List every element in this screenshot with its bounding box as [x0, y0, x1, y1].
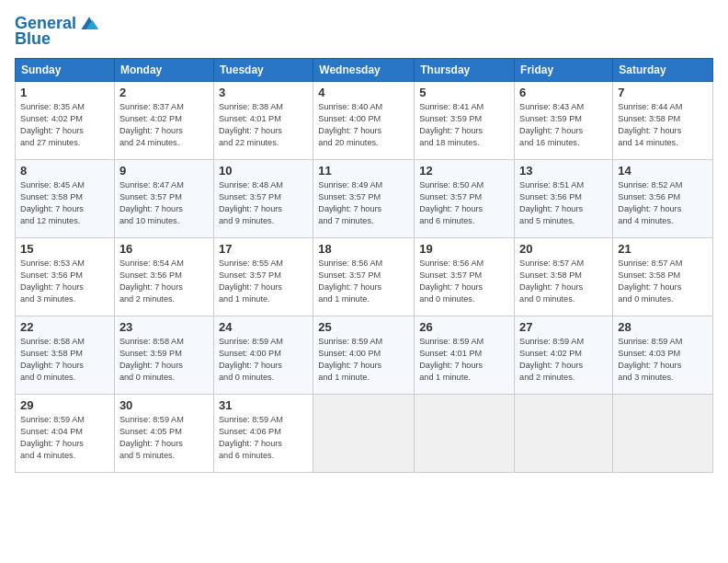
- day-info: Sunrise: 8:59 AMSunset: 4:05 PMDaylight:…: [119, 415, 184, 460]
- day-number: 11: [318, 164, 409, 178]
- calendar-week-row: 22 Sunrise: 8:58 AMSunset: 3:58 PMDaylig…: [16, 316, 713, 395]
- calendar-cell: 21 Sunrise: 8:57 AMSunset: 3:58 PMDaylig…: [613, 238, 713, 316]
- day-info: Sunrise: 8:49 AMSunset: 3:57 PMDaylight:…: [318, 180, 382, 225]
- calendar-cell: 6 Sunrise: 8:43 AMSunset: 3:59 PMDayligh…: [515, 82, 613, 160]
- day-number: 6: [519, 86, 608, 99]
- day-number: 31: [219, 398, 308, 412]
- day-info: Sunrise: 8:56 AMSunset: 3:57 PMDaylight:…: [318, 259, 382, 304]
- day-info: Sunrise: 8:57 AMSunset: 3:58 PMDaylight:…: [519, 259, 584, 304]
- day-info: Sunrise: 8:40 AMSunset: 4:00 PMDaylight:…: [318, 102, 382, 147]
- day-number: 21: [618, 242, 708, 256]
- calendar-cell: 9 Sunrise: 8:47 AMSunset: 3:57 PMDayligh…: [114, 160, 213, 238]
- calendar-cell: 29 Sunrise: 8:59 AMSunset: 4:04 PMDaylig…: [16, 395, 115, 473]
- calendar-cell: 24 Sunrise: 8:59 AMSunset: 4:00 PMDaylig…: [213, 316, 313, 395]
- calendar-cell: 17 Sunrise: 8:55 AMSunset: 3:57 PMDaylig…: [213, 238, 313, 316]
- day-number: 27: [519, 320, 608, 334]
- day-info: Sunrise: 8:55 AMSunset: 3:57 PMDaylight:…: [219, 259, 283, 304]
- day-number: 30: [119, 398, 209, 412]
- calendar-body: 1 Sunrise: 8:35 AMSunset: 4:02 PMDayligh…: [16, 82, 713, 473]
- day-info: Sunrise: 8:50 AMSunset: 3:57 PMDaylight:…: [419, 180, 483, 225]
- logo-icon: [78, 15, 100, 33]
- calendar-cell: 20 Sunrise: 8:57 AMSunset: 3:58 PMDaylig…: [515, 238, 613, 316]
- day-number: 23: [119, 320, 209, 334]
- day-of-week-header: Monday: [114, 59, 213, 82]
- day-of-week-header: Tuesday: [213, 59, 313, 82]
- day-of-week-header: Thursday: [415, 59, 515, 82]
- day-number: 18: [318, 242, 409, 256]
- day-info: Sunrise: 8:59 AMSunset: 4:02 PMDaylight:…: [519, 337, 584, 382]
- day-info: Sunrise: 8:48 AMSunset: 3:57 PMDaylight:…: [219, 180, 283, 225]
- calendar-week-row: 1 Sunrise: 8:35 AMSunset: 4:02 PMDayligh…: [16, 82, 713, 160]
- day-number: 8: [20, 164, 109, 178]
- day-info: Sunrise: 8:47 AMSunset: 3:57 PMDaylight:…: [119, 180, 184, 225]
- calendar-table: SundayMondayTuesdayWednesdayThursdayFrid…: [15, 58, 713, 473]
- calendar-cell: 31 Sunrise: 8:59 AMSunset: 4:06 PMDaylig…: [213, 395, 313, 473]
- calendar-cell: 25 Sunrise: 8:59 AMSunset: 4:00 PMDaylig…: [313, 316, 415, 395]
- day-number: 17: [219, 242, 308, 256]
- calendar-cell: 22 Sunrise: 8:58 AMSunset: 3:58 PMDaylig…: [16, 316, 115, 395]
- day-info: Sunrise: 8:53 AMSunset: 3:56 PMDaylight:…: [20, 259, 85, 304]
- day-number: 19: [419, 242, 509, 256]
- calendar-cell: 26 Sunrise: 8:59 AMSunset: 4:01 PMDaylig…: [415, 316, 515, 395]
- logo: General Blue: [15, 15, 100, 49]
- day-number: 1: [20, 86, 109, 99]
- day-number: 15: [20, 242, 109, 256]
- day-info: Sunrise: 8:56 AMSunset: 3:57 PMDaylight:…: [419, 259, 483, 304]
- calendar-cell: 12 Sunrise: 8:50 AMSunset: 3:57 PMDaylig…: [415, 160, 515, 238]
- day-number: 10: [219, 164, 308, 178]
- day-info: Sunrise: 8:38 AMSunset: 4:01 PMDaylight:…: [219, 102, 283, 147]
- day-info: Sunrise: 8:54 AMSunset: 3:56 PMDaylight:…: [119, 259, 184, 304]
- day-info: Sunrise: 8:41 AMSunset: 3:59 PMDaylight:…: [419, 102, 483, 147]
- calendar-cell: 27 Sunrise: 8:59 AMSunset: 4:02 PMDaylig…: [515, 316, 613, 395]
- day-number: 3: [219, 86, 308, 99]
- day-number: 20: [519, 242, 608, 256]
- day-number: 26: [419, 320, 509, 334]
- day-info: Sunrise: 8:44 AMSunset: 3:58 PMDaylight:…: [618, 102, 682, 147]
- calendar-cell: [613, 395, 713, 473]
- calendar-cell: 30 Sunrise: 8:59 AMSunset: 4:05 PMDaylig…: [114, 395, 213, 473]
- calendar-week-row: 15 Sunrise: 8:53 AMSunset: 3:56 PMDaylig…: [16, 238, 713, 316]
- day-number: 24: [219, 320, 308, 334]
- day-info: Sunrise: 8:52 AMSunset: 3:56 PMDaylight:…: [618, 180, 682, 225]
- calendar-cell: 8 Sunrise: 8:45 AMSunset: 3:58 PMDayligh…: [16, 160, 115, 238]
- day-number: 29: [20, 398, 109, 412]
- calendar-cell: 16 Sunrise: 8:54 AMSunset: 3:56 PMDaylig…: [114, 238, 213, 316]
- day-info: Sunrise: 8:43 AMSunset: 3:59 PMDaylight:…: [519, 102, 584, 147]
- day-number: 9: [119, 164, 209, 178]
- day-number: 22: [20, 320, 109, 334]
- calendar-cell: 3 Sunrise: 8:38 AMSunset: 4:01 PMDayligh…: [213, 82, 313, 160]
- day-number: 28: [618, 320, 708, 334]
- day-info: Sunrise: 8:59 AMSunset: 4:03 PMDaylight:…: [618, 337, 682, 382]
- day-info: Sunrise: 8:35 AMSunset: 4:02 PMDaylight:…: [20, 102, 85, 147]
- calendar-cell: 28 Sunrise: 8:59 AMSunset: 4:03 PMDaylig…: [613, 316, 713, 395]
- day-info: Sunrise: 8:59 AMSunset: 4:01 PMDaylight:…: [419, 337, 483, 382]
- calendar-cell: 11 Sunrise: 8:49 AMSunset: 3:57 PMDaylig…: [313, 160, 415, 238]
- calendar-week-row: 8 Sunrise: 8:45 AMSunset: 3:58 PMDayligh…: [16, 160, 713, 238]
- day-info: Sunrise: 8:58 AMSunset: 3:59 PMDaylight:…: [119, 337, 184, 382]
- day-info: Sunrise: 8:51 AMSunset: 3:56 PMDaylight:…: [519, 180, 584, 225]
- calendar-cell: 10 Sunrise: 8:48 AMSunset: 3:57 PMDaylig…: [213, 160, 313, 238]
- calendar-week-row: 29 Sunrise: 8:59 AMSunset: 4:04 PMDaylig…: [16, 395, 713, 473]
- calendar-cell: 4 Sunrise: 8:40 AMSunset: 4:00 PMDayligh…: [313, 82, 415, 160]
- day-info: Sunrise: 8:59 AMSunset: 4:06 PMDaylight:…: [219, 415, 283, 460]
- calendar-cell: [415, 395, 515, 473]
- calendar-cell: 19 Sunrise: 8:56 AMSunset: 3:57 PMDaylig…: [415, 238, 515, 316]
- day-number: 5: [419, 86, 509, 99]
- day-info: Sunrise: 8:57 AMSunset: 3:58 PMDaylight:…: [618, 259, 682, 304]
- day-info: Sunrise: 8:59 AMSunset: 4:04 PMDaylight:…: [20, 415, 85, 460]
- day-number: 13: [519, 164, 608, 178]
- day-of-week-header: Saturday: [613, 59, 713, 82]
- day-number: 12: [419, 164, 509, 178]
- day-number: 4: [318, 86, 409, 99]
- day-number: 16: [119, 242, 209, 256]
- day-info: Sunrise: 8:59 AMSunset: 4:00 PMDaylight:…: [318, 337, 382, 382]
- calendar-cell: 23 Sunrise: 8:58 AMSunset: 3:59 PMDaylig…: [114, 316, 213, 395]
- day-of-week-header: Friday: [515, 59, 613, 82]
- calendar-cell: [313, 395, 415, 473]
- day-info: Sunrise: 8:59 AMSunset: 4:00 PMDaylight:…: [219, 337, 283, 382]
- day-of-week-row: SundayMondayTuesdayWednesdayThursdayFrid…: [16, 59, 713, 82]
- day-info: Sunrise: 8:58 AMSunset: 3:58 PMDaylight:…: [20, 337, 85, 382]
- calendar-cell: 5 Sunrise: 8:41 AMSunset: 3:59 PMDayligh…: [415, 82, 515, 160]
- day-info: Sunrise: 8:45 AMSunset: 3:58 PMDaylight:…: [20, 180, 85, 225]
- calendar-cell: 14 Sunrise: 8:52 AMSunset: 3:56 PMDaylig…: [613, 160, 713, 238]
